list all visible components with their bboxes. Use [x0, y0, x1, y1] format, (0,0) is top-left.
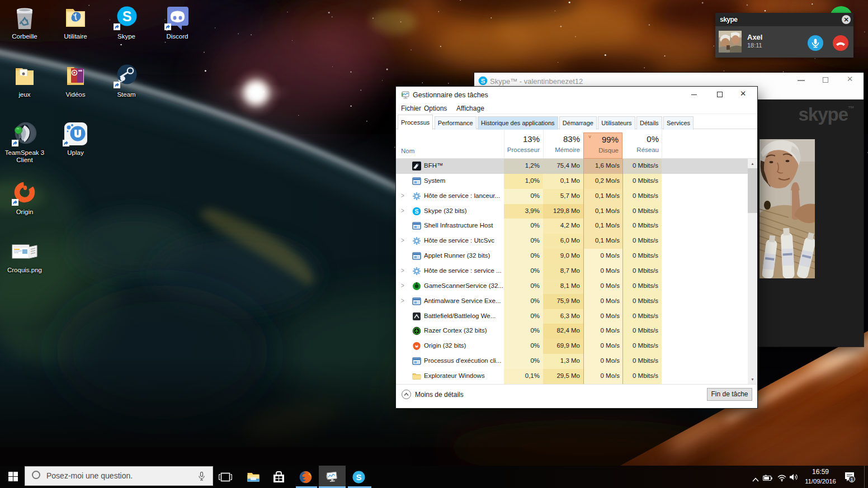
svg-text:S: S	[414, 208, 418, 215]
svg-text:S: S	[356, 472, 361, 482]
svg-text:S: S	[122, 8, 132, 24]
svg-text:S: S	[481, 78, 485, 84]
svg-text:1: 1	[850, 477, 853, 482]
